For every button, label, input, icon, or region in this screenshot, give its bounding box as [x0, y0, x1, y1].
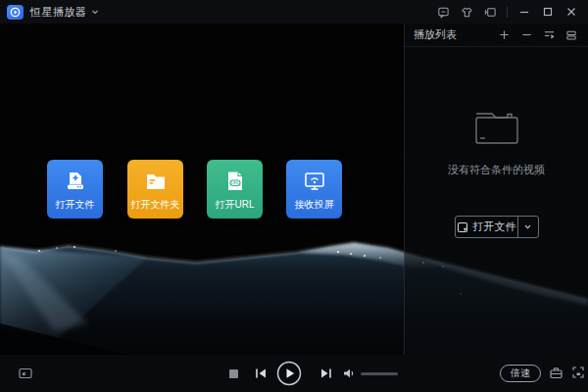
feedback-icon[interactable] — [434, 3, 452, 21]
close-icon[interactable] — [563, 3, 580, 21]
playlist-empty-state: 没有符合条件的视频 — [405, 106, 588, 177]
list-layout-icon[interactable] — [564, 27, 579, 43]
stop-button[interactable] — [228, 368, 239, 379]
remove-icon[interactable] — [518, 27, 534, 43]
play-order-icon[interactable] — [541, 27, 557, 43]
tile-label: 打开URL — [215, 198, 254, 219]
playlist-header: 播放列表 — [405, 24, 588, 47]
playlist-panel: 播放列表 没有符合条件的视频 — [404, 24, 588, 355]
folder-open-icon — [143, 160, 169, 198]
open-folder-tile[interactable]: 打开文件夹 — [127, 160, 183, 219]
empty-folder-icon — [468, 106, 525, 149]
tile-label: 打开文件 — [56, 198, 95, 219]
next-button[interactable] — [319, 367, 333, 380]
receive-cast-tile[interactable]: 接收投屏 — [286, 160, 342, 219]
app-logo-icon — [7, 5, 24, 20]
open-file-icon — [457, 221, 468, 233]
titlebar-divider — [507, 7, 508, 18]
open-file-dropdown-chevron-icon[interactable] — [518, 217, 538, 237]
fullscreen-icon[interactable] — [571, 366, 585, 379]
speaker-icon[interactable] — [342, 367, 356, 380]
speed-label: 倍速 — [511, 367, 530, 380]
open-file-button-label: 打开文件 — [473, 220, 516, 234]
skin-icon[interactable] — [458, 3, 475, 21]
open-url-tile[interactable]: URL 打开URL — [207, 160, 263, 219]
player-window: 恒星播放器 — [0, 0, 588, 392]
control-bar: 倍速 — [0, 355, 588, 392]
mini-screen-icon[interactable] — [18, 366, 33, 381]
maximize-icon[interactable] — [539, 3, 557, 21]
pin-icon[interactable] — [481, 3, 499, 21]
file-plus-icon — [63, 160, 88, 198]
minimize-icon[interactable] — [515, 3, 533, 21]
previous-button[interactable] — [254, 367, 268, 380]
title-menu-chevron-icon[interactable] — [91, 8, 99, 16]
open-file-tile[interactable]: 打开文件 — [47, 160, 103, 219]
cast-screen-icon — [302, 160, 327, 198]
app-title: 恒星播放器 — [30, 5, 87, 20]
add-icon[interactable] — [496, 27, 512, 43]
toolbox-icon[interactable] — [549, 366, 564, 380]
tile-label: 打开文件夹 — [131, 198, 180, 219]
url-badge: URL — [230, 180, 239, 185]
url-doc-icon: URL — [222, 160, 248, 198]
speed-button[interactable]: 倍速 — [500, 365, 541, 382]
playlist-open-file-button[interactable]: 打开文件 — [455, 216, 539, 238]
titlebar[interactable]: 恒星播放器 — [0, 0, 588, 24]
volume-slider[interactable] — [361, 372, 398, 375]
playlist-title: 播放列表 — [414, 27, 457, 42]
empty-text: 没有符合条件的视频 — [405, 163, 588, 177]
play-button[interactable] — [276, 361, 302, 386]
tile-label: 接收投屏 — [295, 198, 334, 219]
